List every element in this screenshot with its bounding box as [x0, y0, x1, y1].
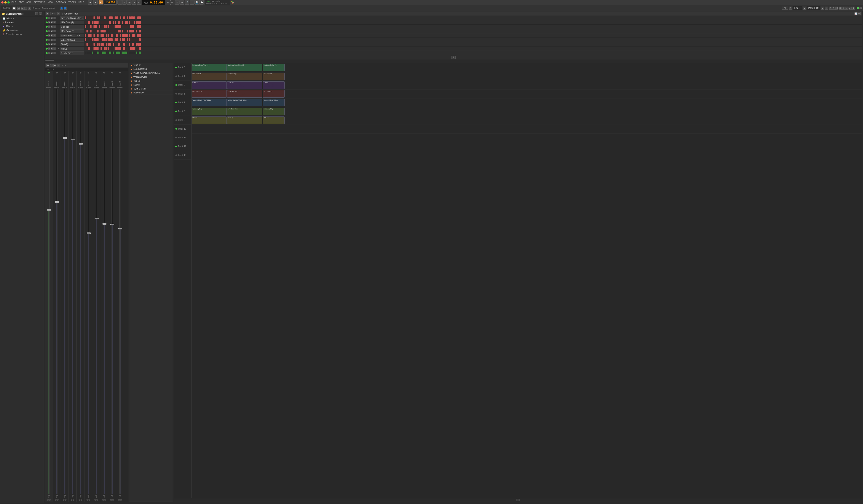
- pad[interactable]: [93, 25, 95, 28]
- bpm-display[interactable]: 140.000: [104, 0, 116, 4]
- track-knob2-7[interactable]: [103, 87, 105, 88]
- ch-solo-1[interactable]: ▶: [51, 21, 53, 24]
- audio-btn[interactable]: ✂: [180, 0, 184, 4]
- track-send-3[interactable]: [72, 495, 74, 496]
- pad[interactable]: [109, 16, 111, 19]
- pad[interactable]: [97, 16, 99, 19]
- track-btn1-0[interactable]: [47, 499, 49, 501]
- pad[interactable]: [127, 30, 128, 33]
- pad[interactable]: [102, 21, 104, 24]
- pad[interactable]: [129, 52, 130, 54]
- pad[interactable]: [125, 16, 127, 19]
- pad[interactable]: [101, 30, 102, 33]
- pad[interactable]: [122, 34, 123, 37]
- pad[interactable]: [85, 30, 86, 33]
- pad[interactable]: [97, 43, 99, 46]
- track-led-3[interactable]: [72, 72, 74, 74]
- pad[interactable]: [88, 38, 90, 41]
- pad[interactable]: [99, 34, 100, 37]
- track-fader-8[interactable]: [112, 89, 113, 494]
- track-send-5[interactable]: [88, 495, 89, 496]
- pad[interactable]: [115, 43, 116, 46]
- channel-name-3[interactable]: LEX Snare(2): [60, 29, 84, 33]
- track-fader-handle-9[interactable]: [118, 228, 122, 229]
- ch-solo-7[interactable]: ▶: [51, 47, 53, 50]
- pad[interactable]: [129, 21, 130, 24]
- track-btn1-7[interactable]: [102, 499, 104, 501]
- ch-menu-8[interactable]: —: [53, 52, 56, 54]
- pad[interactable]: [137, 16, 139, 19]
- track-led-2[interactable]: [64, 72, 66, 74]
- playlist-clip-4[interactable]: LEX Drum(1): [227, 73, 262, 80]
- playlist-clip-19[interactable]: 808 (2): [227, 116, 262, 124]
- mode-btn2[interactable]: 32!: [127, 0, 132, 4]
- pad[interactable]: [97, 38, 99, 41]
- ch-mute-2[interactable]: ●: [48, 25, 50, 28]
- ch-mute-3[interactable]: ●: [48, 30, 50, 32]
- track-knob2-1[interactable]: [56, 87, 58, 88]
- track-btn2-3[interactable]: [73, 499, 74, 501]
- playlist-clip-8[interactable]: Clap (1): [263, 81, 285, 89]
- playlist-clip-18[interactable]: 808 (2): [192, 116, 227, 124]
- pad[interactable]: [118, 21, 120, 24]
- save-icon-btn[interactable]: 💾: [13, 7, 16, 10]
- pad[interactable]: [87, 21, 88, 24]
- track-knob3-4[interactable]: [82, 87, 83, 88]
- pad[interactable]: [88, 43, 90, 46]
- pad[interactable]: [134, 38, 135, 41]
- pad[interactable]: [139, 52, 141, 54]
- playlist-clip-3[interactable]: LEX Drum(1): [192, 73, 227, 80]
- pad[interactable]: [102, 47, 104, 50]
- menu-add[interactable]: ADD: [26, 1, 31, 3]
- pad[interactable]: [125, 34, 127, 37]
- pad[interactable]: [106, 34, 107, 37]
- pad[interactable]: [139, 21, 141, 24]
- pad[interactable]: [139, 38, 141, 41]
- pad[interactable]: [85, 47, 86, 50]
- pad[interactable]: [95, 43, 97, 46]
- ch-solo-3[interactable]: ▶: [51, 30, 53, 32]
- pad[interactable]: [88, 52, 90, 54]
- track-send-1[interactable]: [56, 495, 58, 496]
- record-button[interactable]: ●: [99, 0, 103, 4]
- pad[interactable]: [111, 16, 113, 19]
- ch-menu-1[interactable]: —: [53, 21, 56, 24]
- channel-row-5[interactable]: ● ▶ — vybeLazyClap: [45, 38, 862, 42]
- pad[interactable]: [101, 16, 102, 19]
- pad[interactable]: [88, 21, 90, 24]
- pad[interactable]: [106, 16, 107, 19]
- channel-led-1[interactable]: [46, 22, 48, 23]
- pad[interactable]: [85, 25, 86, 28]
- playlist-clip-0[interactable]: LexLugerBrassFilter #2: [192, 64, 227, 71]
- stop-button[interactable]: ■: [93, 0, 98, 4]
- pad[interactable]: [102, 43, 104, 46]
- pad[interactable]: [95, 34, 97, 37]
- pad[interactable]: [123, 38, 125, 41]
- all-selector[interactable]: All: [782, 7, 788, 10]
- playlist-add-btn[interactable]: +: [516, 499, 520, 501]
- menu-file[interactable]: FILE: [11, 1, 16, 3]
- pad[interactable]: [116, 52, 118, 54]
- playlist-content[interactable]: LexLugerBrassFilter #2LexLugerBrassFilte…: [192, 63, 862, 498]
- pad[interactable]: [120, 25, 121, 28]
- pad[interactable]: [113, 38, 114, 41]
- track-knob2-8[interactable]: [111, 87, 113, 88]
- pad[interactable]: [127, 52, 128, 54]
- nav-back[interactable]: ◀: [17, 7, 21, 10]
- channel-list-item-1[interactable]: ▶ LEX Snare(2): [129, 67, 173, 71]
- channel-led-6[interactable]: [46, 43, 48, 45]
- track-fader-6[interactable]: [96, 89, 97, 494]
- pad[interactable]: [116, 21, 118, 24]
- ch-mute-5[interactable]: ●: [48, 39, 50, 41]
- pad[interactable]: [125, 43, 127, 46]
- channel-name-8[interactable]: Synth1 VSTi: [60, 51, 84, 55]
- track-knob-4[interactable]: [78, 87, 79, 88]
- track-fader-4[interactable]: [80, 89, 81, 494]
- channel-list-item-4[interactable]: ▶ 808 (2): [129, 79, 173, 83]
- track-knob3-3[interactable]: [74, 87, 75, 88]
- pad[interactable]: [92, 47, 93, 50]
- track-btn1-2[interactable]: [63, 499, 64, 501]
- track-knob2-5[interactable]: [88, 87, 89, 88]
- channel-led-0[interactable]: [46, 17, 48, 19]
- pad[interactable]: [118, 52, 120, 54]
